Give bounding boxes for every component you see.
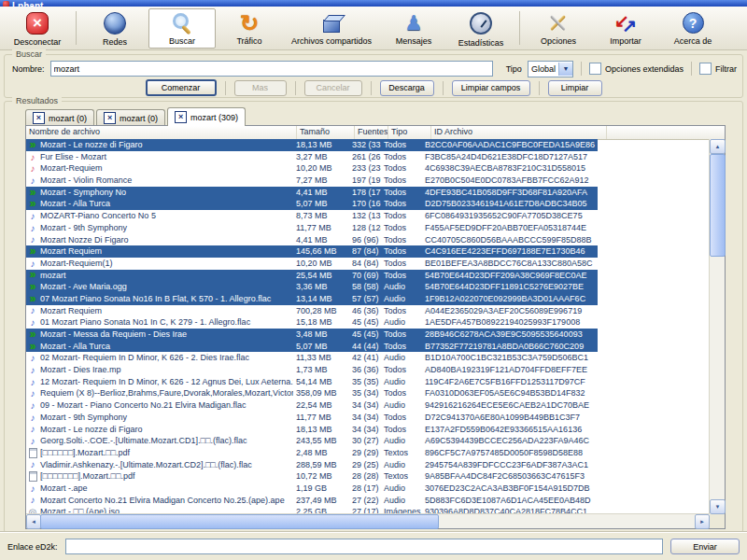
type-label: Tipo (506, 64, 522, 74)
table-row[interactable]: Mozart-Requiem(1)10,20 MB84 (84) [TodosB… (26, 258, 598, 270)
comenzar-button[interactable]: Comenzar (146, 79, 217, 96)
table-row[interactable]: Mozart Requiem145,66 MB87 (84) [TodosC4C… (26, 245, 598, 258)
table-row[interactable]: [□□□□□□].Mozart.□□.pdf2,48 MB29 (29) [Te… (26, 447, 598, 459)
table-row[interactable]: Mozart - Alla Turca5,07 MB44 (44) [Todos… (26, 341, 598, 353)
tab-close-icon[interactable] (33, 112, 45, 124)
file-id-cell: 896CF5C7A9757485D0050F8598D58E88 (422, 447, 596, 459)
file-id-cell: BE01BEFEA3A8BDCC76C8A133C880A58C (422, 258, 596, 270)
search-groupbox: Buscar Nombre: Tipo Global ▼ Opciones ex… (4, 54, 743, 98)
mas-button[interactable]: Mas (234, 80, 287, 96)
file-type-cell: Audio (381, 316, 422, 329)
limpiar-campos-button[interactable]: Limpiar campos (452, 80, 530, 96)
table-row[interactable]: mozart25,54 MB70 (69) [Todos54B70E644D23… (26, 270, 598, 282)
toolbar-button-trafico[interactable]: Tráfico (216, 8, 283, 49)
table-row[interactable]: 01 Mozart Piano Sonata No1 In C, K 279 -… (26, 316, 598, 329)
tab-close-icon[interactable] (175, 111, 187, 123)
file-type-note-blue-icon (27, 459, 38, 469)
descarga-button[interactable]: Descarga (380, 80, 434, 96)
file-type-cell: Textos (381, 447, 422, 459)
enviar-button[interactable]: Enviar (670, 539, 740, 554)
column-header-typ[interactable]: Tipo (388, 126, 431, 139)
extended-options-checkbox-wrap[interactable]: Opciones extendidas (589, 63, 684, 75)
column-header-src[interactable]: Fuentes (355, 126, 388, 139)
table-row[interactable]: 09 - Mozart - Piano Concerto No.21 Elvir… (26, 399, 598, 412)
table-row[interactable]: MOZART-Piano Concerto No 58,73 MB132 (13… (26, 210, 598, 222)
toolbar-button-opciones[interactable]: Opciones (525, 8, 592, 49)
table-row[interactable]: Mozart -.ape1,19 GB28 (17) [Audio3076ED2… (26, 483, 598, 495)
table-row[interactable]: 07 Mozart Piano Sonata No16 In B Flat, K… (26, 293, 598, 305)
table-row[interactable]: Fur Elise - Mozart3,27 MB261 (261TodosF3… (26, 151, 598, 163)
filter-checkbox[interactable] (699, 63, 712, 75)
table-row[interactable]: Mozart Nozze Di Figaro4,41 MB96 (96) [To… (26, 234, 598, 246)
title-bar: Lphant (0, 0, 747, 7)
filter-checkbox-wrap[interactable]: Filtrar (699, 63, 737, 75)
table-row[interactable]: Mozart - Alla Turca5,07 MB170 (165TodosD… (26, 198, 598, 210)
file-name-cell: Mozart - Dies Irae.mp (26, 364, 293, 376)
table-row[interactable]: Requiem (X 8)--Berlioz,Brahms,Faure,Dvor… (26, 387, 598, 399)
column-header-name[interactable]: Nombre de archivo (26, 126, 297, 139)
table-row[interactable]: [□□□□□□□].Mozart.□□.pdf10,72 MB28 (28) [… (26, 470, 598, 483)
ed2k-link-input[interactable] (65, 539, 663, 554)
horizontal-scrollbar[interactable]: ◄ ► (26, 513, 710, 528)
file-type-note-red-icon (27, 152, 38, 162)
table-row[interactable]: Mozart-Requiem10,20 MB233 (233Todos4C693… (26, 162, 598, 175)
table-row[interactable]: Georg.Solti.-.COE.-.[Ultimate.Mozart.CD1… (26, 435, 598, 447)
file-size-cell: 4,41 MB (293, 234, 349, 246)
limpiar-button[interactable]: Limpiar (548, 80, 602, 96)
table-row[interactable]: Mozart Requiem700,28 MB46 (36)TodosA044E… (26, 305, 598, 317)
table-row[interactable]: Mozart - Violin Romance7,27 MB197 (197To… (26, 175, 598, 187)
toolbar-button-estadisticas[interactable]: Estadísticas (447, 7, 514, 50)
extended-options-checkbox[interactable] (589, 63, 601, 75)
file-id-cell: 4C6938C39AECBA8783F210C31D558015 (422, 162, 596, 175)
file-size-cell: 243,55 MB (293, 435, 349, 447)
search-name-input[interactable] (50, 61, 493, 77)
results-tab-2[interactable]: mozart (309) (167, 107, 246, 126)
file-name-text: Mozart - Alla Turca (40, 341, 110, 353)
toolbar-button-importar[interactable]: Importar (592, 8, 659, 49)
file-name-text: Mozart - Symphony No (40, 187, 126, 199)
tab-close-icon[interactable] (104, 112, 116, 124)
table-row[interactable]: 02 Mozart- Requiem In D Minor, K 626 - 2… (26, 352, 598, 364)
toolbar-button-acerca[interactable]: Acerca de (659, 7, 726, 49)
table-row[interactable]: Mozart - Ave Maria.ogg3,36 MB58 (58) [Au… (26, 281, 598, 293)
scroll-right-arrow-icon[interactable]: ► (695, 514, 710, 529)
table-row[interactable]: Mozart - 9th Symphony11,77 MB128 (128Tod… (26, 222, 598, 234)
toolbar-button-buscar[interactable]: Buscar (148, 8, 216, 49)
button-separator (443, 81, 444, 95)
scroll-left-arrow-icon[interactable]: ◄ (26, 514, 41, 529)
toolbar-button-mensajes[interactable]: Mensajes (380, 8, 447, 49)
toolbar-button-redes[interactable]: Redes (81, 7, 148, 49)
table-row[interactable]: Mozart - Dies Irae.mp1,73 MB36 (36) [Tod… (26, 364, 598, 376)
table-row[interactable]: Mozart - Symphony No4,41 MB178 (177Todos… (26, 187, 598, 199)
scroll-up-arrow-icon[interactable]: ▲ (710, 139, 726, 154)
toolbar-button-archivos[interactable]: Archivos compartidos (283, 8, 380, 49)
cancelar-button[interactable]: Cancelar (304, 80, 362, 96)
file-type-cell: Todos (381, 364, 422, 376)
separator (691, 62, 692, 76)
table-row[interactable]: 12 Mozart- Requiem In D Minor, K 626 - 1… (26, 376, 598, 388)
table-row[interactable]: Mozart - 9th Symphony11,77 MB34 (34) [To… (26, 412, 598, 424)
networks-globe-icon (104, 12, 126, 35)
vertical-scroll-thumb[interactable] (710, 154, 726, 257)
file-name-text: 12 Mozart- Requiem In D Minor, K 626 - 1… (40, 376, 293, 388)
file-type-green-icon (27, 140, 38, 150)
table-row[interactable]: Mozart Concerto No.21 Elvira Madigan Con… (26, 495, 598, 507)
table-row[interactable]: Mozart - Messa da Requiem - Dies Irae3,4… (26, 329, 598, 341)
toolbar-button-desconectar[interactable]: Desconectar (4, 7, 71, 49)
search-type-select[interactable]: Global ▼ (528, 61, 573, 77)
results-tab-1[interactable]: mozart (0) (96, 109, 165, 126)
scroll-down-arrow-icon[interactable]: ▼ (710, 499, 726, 514)
file-type-cell: Audio (381, 352, 422, 364)
file-type-note-blue-icon (27, 259, 38, 269)
column-header-size[interactable]: Tamaño (297, 126, 355, 139)
table-row[interactable]: Mozart - Le nozze di Figaro18,13 MB34 (3… (26, 424, 598, 436)
vertical-scrollbar[interactable]: ▲ ▼ (709, 139, 725, 514)
results-tab-0[interactable]: mozart (0) (25, 109, 94, 126)
table-row[interactable]: Mozart - Le nozze di Figaro18,13 MB332 (… (26, 139, 598, 151)
chevron-down-icon[interactable]: ▼ (558, 63, 572, 76)
table-row[interactable]: Vladimir.Ashkenazy.-.[Ultimate.Mozart.CD… (26, 459, 598, 471)
filter-label: Filtrar (715, 64, 737, 74)
horizontal-scroll-thumb[interactable] (40, 514, 439, 529)
column-header-hash[interactable]: ID Archivo (431, 126, 607, 139)
file-type-note-blue-icon (27, 388, 38, 399)
